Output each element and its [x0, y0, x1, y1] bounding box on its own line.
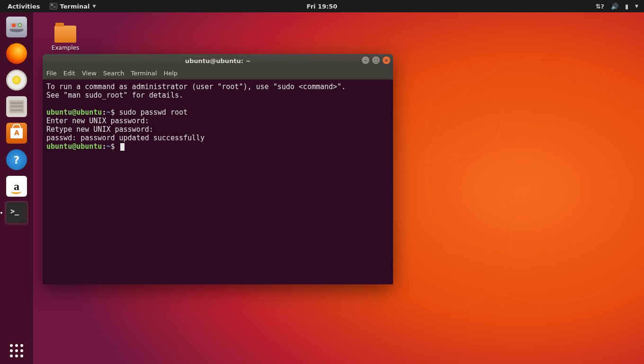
window-menubar: File Edit View Search Terminal Help [43, 67, 393, 80]
install-ubuntu-icon [6, 17, 27, 37]
prompt-at: @ [72, 108, 76, 117]
window-titlebar[interactable]: ubuntu@ubuntu: ~ – □ × [43, 54, 393, 67]
terminal-cursor [120, 143, 125, 151]
prompt-at: @ [72, 142, 76, 151]
app-menu-button[interactable]: Terminal ▼ [46, 3, 100, 10]
prompt-user: ubuntu [46, 108, 72, 117]
network-icon[interactable]: ⇅? [595, 3, 604, 10]
menu-help[interactable]: Help [163, 70, 178, 77]
menu-terminal[interactable]: Terminal [131, 70, 157, 77]
ubuntu-software-icon [6, 123, 27, 144]
top-bar: Activities Terminal ▼ Fri 19:50 ⇅? 🔊 ▮ ▼ [0, 0, 644, 12]
terminal-out-1: Enter new UNIX password: [46, 117, 153, 125]
system-menu-arrow-icon[interactable]: ▼ [635, 4, 638, 9]
terminal-icon [50, 3, 57, 9]
app-menu-label: Terminal [60, 3, 90, 10]
terminal-out-3: passwd: password updated successfully [46, 134, 205, 142]
window-maximize-button[interactable]: □ [372, 56, 380, 64]
desktop-icon-examples[interactable]: Examples [46, 26, 84, 51]
dock: ? a [0, 12, 33, 364]
firefox-launcher[interactable] [5, 42, 28, 65]
amazon-launcher[interactable]: a [5, 174, 28, 198]
help-icon: ? [6, 149, 27, 170]
menu-edit[interactable]: Edit [63, 70, 75, 77]
firefox-icon [6, 43, 27, 64]
files-launcher[interactable] [5, 95, 28, 118]
prompt-symbol: $ [110, 108, 115, 117]
prompt-host: ubuntu [76, 108, 102, 117]
window-minimize-button[interactable]: – [362, 56, 369, 64]
prompt-host: ubuntu [76, 142, 102, 151]
prompt-symbol: $ [110, 142, 115, 151]
help-launcher[interactable]: ? [5, 148, 28, 172]
menu-view[interactable]: View [82, 70, 97, 77]
svg-point-3 [12, 23, 16, 27]
install-ubuntu-launcher[interactable] [5, 15, 28, 39]
ubuntu-software-launcher[interactable] [5, 121, 28, 145]
show-applications-button[interactable] [10, 344, 23, 357]
rhythmbox-icon [6, 70, 27, 91]
rhythmbox-launcher[interactable] [5, 68, 28, 92]
window-title: ubuntu@ubuntu: ~ [185, 57, 251, 64]
window-close-button[interactable]: × [383, 56, 390, 64]
terminal-launcher[interactable] [5, 201, 28, 225]
amazon-icon: a [6, 176, 27, 197]
terminal-body[interactable]: To run a command as administrator (user … [43, 80, 393, 284]
prompt-user: ubuntu [46, 142, 72, 151]
activities-button[interactable]: Activities [4, 3, 44, 10]
battery-icon[interactable]: ▮ [625, 3, 628, 10]
chevron-down-icon: ▼ [92, 4, 96, 9]
terminal-out-2: Retype new UNIX password: [46, 125, 158, 134]
terminal-icon [6, 202, 27, 223]
volume-icon[interactable]: 🔊 [611, 3, 618, 10]
files-icon [6, 96, 27, 117]
menu-search[interactable]: Search [103, 70, 125, 77]
terminal-window: ubuntu@ubuntu: ~ – □ × File Edit View Se… [43, 54, 393, 284]
clock[interactable]: Fri 19:50 [307, 3, 338, 10]
terminal-motd-2: See "man sudo_root" for details. [46, 91, 183, 100]
terminal-cmd-2 [115, 142, 119, 151]
folder-icon [54, 26, 76, 43]
desktop-icon-label: Examples [46, 45, 84, 51]
terminal-cmd-1: sudo passwd root [115, 108, 188, 117]
status-area[interactable]: ⇅? 🔊 ▮ ▼ [595, 3, 644, 10]
menu-file[interactable]: File [46, 70, 57, 77]
terminal-motd-1: To run a command as administrator (user … [46, 82, 346, 91]
